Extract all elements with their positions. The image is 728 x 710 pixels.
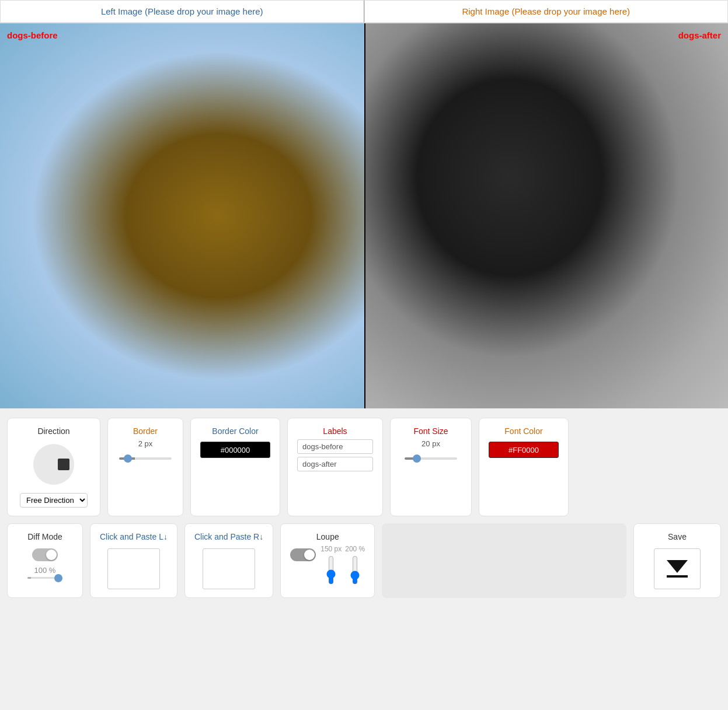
loupe-toggle-knob [304, 550, 315, 560]
border-color-swatch[interactable]: #000000 [200, 442, 270, 458]
click-paste-r-title: Click and Paste R↓ [194, 532, 263, 541]
save-title: Save [668, 532, 687, 541]
right-image-panel: dogs-after [364, 23, 729, 408]
controls-row-2: Diff Mode 100 % Click and Paste L↓ Click… [7, 523, 721, 598]
border-value: 2 px [138, 439, 153, 448]
label-left-input[interactable] [297, 439, 373, 454]
image-divider [364, 23, 365, 408]
labels-title: Labels [323, 426, 347, 436]
border-color-title: Border Color [212, 426, 258, 436]
border-slider-container [117, 457, 173, 460]
download-arrow [667, 560, 688, 573]
download-icon [667, 560, 688, 578]
font-color-hex: #FF0000 [508, 446, 539, 454]
font-color-swatch[interactable]: #FF0000 [489, 442, 559, 458]
click-paste-r-card: Click and Paste R↓ [184, 523, 273, 598]
direction-select[interactable]: Free Direction Horizontal Vertical [20, 493, 88, 508]
diff-mode-card: Diff Mode 100 % [7, 523, 83, 598]
right-image-bg [364, 23, 729, 408]
top-dropzones: Left Image (Please drop your image here)… [0, 0, 728, 23]
save-button[interactable] [654, 548, 701, 589]
right-image-label: dogs-after [678, 30, 721, 40]
diff-mode-knob [46, 550, 57, 560]
save-card: Save [633, 523, 721, 598]
right-drop-zone[interactable]: Right Image (Please drop your image here… [364, 0, 729, 23]
border-slider[interactable] [119, 457, 172, 460]
font-size-value: 20 px [422, 439, 440, 448]
loupe-pct-slider[interactable] [351, 555, 359, 585]
left-image-bg [0, 23, 364, 408]
left-drop-zone[interactable]: Left Image (Please drop your image here) [0, 0, 364, 23]
left-drop-label: Left Image (Please drop your image here) [101, 6, 263, 16]
loupe-card: Loupe 150 px 200 % [280, 523, 375, 598]
right-drop-label: Right Image (Please drop your image here… [462, 6, 630, 16]
loupe-toggle[interactable] [290, 548, 316, 561]
diff-mode-slider-container [17, 577, 73, 579]
diff-mode-slider[interactable] [27, 577, 62, 579]
labels-card: Labels [287, 418, 383, 516]
loupe-title: Loupe [316, 532, 339, 541]
empty-placeholder [382, 523, 626, 598]
controls-row-1: Direction Free Direction Horizontal Vert… [7, 418, 721, 516]
left-image-panel: dogs-before [0, 23, 364, 408]
loupe-slider-px: 150 px [321, 545, 342, 585]
left-image-label: dogs-before [7, 30, 58, 40]
download-bar [667, 575, 688, 578]
loupe-slider-pct: 200 % [345, 545, 365, 585]
direction-card: Direction Free Direction Horizontal Vert… [7, 418, 100, 516]
diff-mode-title: Diff Mode [27, 532, 62, 541]
direction-wheel[interactable] [33, 444, 74, 485]
border-card: Border 2 px [107, 418, 183, 516]
controls-section: Direction Free Direction Horizontal Vert… [0, 408, 728, 607]
font-size-slider[interactable] [405, 457, 457, 460]
image-compare-container: dogs-before dogs-after [0, 23, 728, 408]
font-size-card: Font Size 20 px [390, 418, 472, 516]
loupe-px1-label: 150 px [321, 545, 342, 553]
loupe-sliders: 150 px 200 % [321, 545, 365, 585]
click-paste-r-area[interactable] [203, 548, 255, 589]
font-color-title: Font Color [504, 426, 542, 436]
loupe-px-slider[interactable] [327, 555, 335, 585]
font-size-slider-container [400, 457, 462, 460]
label-right-input[interactable] [297, 457, 373, 471]
direction-indicator [58, 459, 69, 470]
diff-mode-toggle[interactable] [32, 548, 58, 561]
border-title: Border [133, 426, 158, 436]
border-color-hex: #000000 [221, 446, 250, 454]
loupe-px2-label: 200 % [345, 545, 365, 553]
click-paste-l-card: Click and Paste L↓ [90, 523, 177, 598]
direction-title: Direction [37, 426, 69, 436]
font-color-card: Font Color #FF0000 [479, 418, 569, 516]
font-size-title: Font Size [413, 426, 448, 436]
click-paste-l-title: Click and Paste L↓ [100, 532, 168, 541]
border-color-card: Border Color #000000 [190, 418, 280, 516]
click-paste-l-area[interactable] [107, 548, 160, 589]
loupe-inner: 150 px 200 % [290, 545, 365, 585]
